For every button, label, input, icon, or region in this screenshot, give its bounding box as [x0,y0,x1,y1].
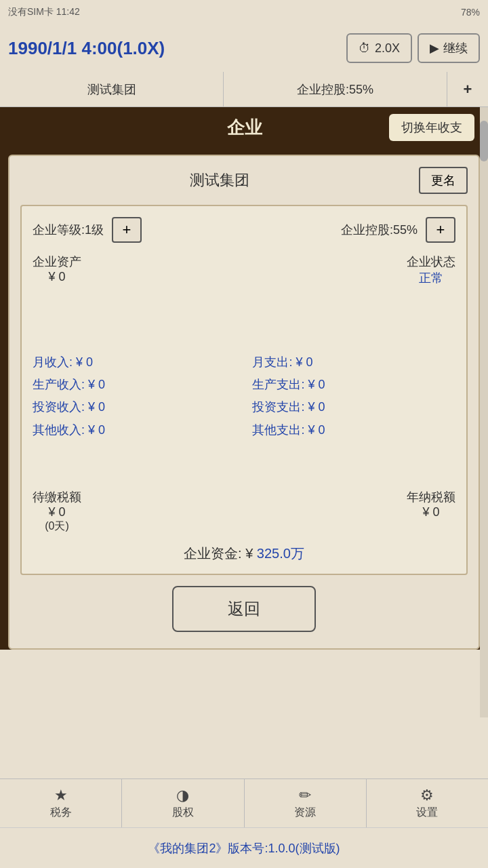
income-expense-grid: 月收入: ¥ 0 生产收入: ¥ 0 投资收入: ¥ 0 其他收入: ¥ 0 月… [33,354,455,444]
annual-tax-column: 年纳税额 ¥ 0 [407,489,455,534]
asset-column: 企业资产 ¥ 0 [33,254,81,286]
prod-income-row: 生产收入: ¥ 0 [33,376,236,393]
other-expense-value: ¥ 0 [308,423,325,437]
speed-button[interactable]: ⏱ 2.0X [346,33,412,63]
top-bar: 1990/1/1 4:00(1.0X) ⏱ 2.0X ▶ 继续 [0,24,488,72]
tab-holding-label: 企业控股:55% [297,81,373,98]
nav-settings-label: 设置 [416,806,438,820]
expense-column: 月支出: ¥ 0 生产支出: ¥ 0 投资支出: ¥ 0 其他支出: ¥ 0 [252,354,455,444]
other-income-value: ¥ 0 [88,423,105,437]
company-header: 测试集团 更名 [20,167,468,194]
invest-income-value: ¥ 0 [88,400,105,414]
asset-value: ¥ 0 [33,270,81,284]
monthly-expense-label: 月支出: [252,355,296,369]
nav-item-equity[interactable]: ◑ 股权 [122,779,244,827]
asset-label: 企业资产 [33,254,81,270]
income-column: 月收入: ¥ 0 生产收入: ¥ 0 投资收入: ¥ 0 其他收入: ¥ 0 [33,354,236,444]
gear-icon: ⚙ [420,787,434,804]
inner-box: 企业等级:1级 + 企业控股:55% + 企业资产 ¥ 0 企业状态 正常 [20,205,468,575]
nav-item-tax[interactable]: ★ 税务 [0,779,122,827]
prod-expense-value: ¥ 0 [308,378,325,391]
other-income-row: 其他收入: ¥ 0 [33,422,236,439]
main-panel: 企业 切换年收支 测试集团 更名 企业等级:1级 + 企业控股:55% + [0,107,488,650]
invest-expense-row: 投资支出: ¥ 0 [252,399,455,416]
monthly-expense-value: ¥ 0 [296,355,313,369]
other-expense-row: 其他支出: ¥ 0 [252,422,455,439]
play-icon: ▶ [430,41,439,56]
nav-tax-label: 税务 [50,806,72,820]
status-bar-left: 没有SIM卡 11:42 [8,6,80,18]
nav-resource-label: 资源 [294,806,316,820]
monthly-income-label: 月收入: [33,355,76,369]
timer-icon: ⏱ [359,41,371,56]
continue-label: 继续 [443,40,468,56]
prod-income-label: 生产收入: [33,378,88,391]
continue-button[interactable]: ▶ 继续 [418,33,480,63]
status-value: 正常 [407,270,455,286]
holding-label: 企业控股:55% [341,222,418,238]
main-title: 企业 [100,116,389,140]
pie-icon: ◑ [176,787,189,804]
back-button[interactable]: 返回 [172,586,316,632]
annual-tax-label: 年纳税额 [407,489,455,505]
prod-expense-row: 生产支出: ¥ 0 [252,376,455,393]
capital-value: 325.0万 [257,546,304,561]
content-area: 测试集团 更名 企业等级:1级 + 企业控股:55% + 企业资产 ¥ 0 [8,155,480,650]
footer: 《我的集团2》版本号:1.0.0(测试版) [0,827,488,868]
level-right: 企业控股:55% + [341,217,455,243]
prod-expense-label: 生产支出: [252,378,308,391]
scroll-thumb[interactable] [480,121,488,161]
nav-equity-label: 股权 [172,806,194,820]
main-header: 企业 切换年收支 [0,107,488,148]
prod-income-value: ¥ 0 [88,378,105,391]
assets-row: 企业资产 ¥ 0 企业状态 正常 [33,254,455,286]
star-icon: ★ [54,787,68,804]
bottom-nav: ★ 税务 ◑ 股权 ✏ 资源 ⚙ 设置 [0,778,488,827]
tab-company-label: 测试集团 [87,81,136,98]
level-row: 企业等级:1级 + 企业控股:55% + [33,217,455,243]
other-expense-label: 其他支出: [252,423,308,437]
tab-holding[interactable]: 企业控股:55% [224,72,447,106]
back-button-wrap: 返回 [20,586,468,632]
speed-label: 2.0X [375,41,400,56]
pen-icon: ✏ [299,787,311,804]
monthly-expense-row: 月支出: ¥ 0 [252,354,455,371]
invest-expense-value: ¥ 0 [308,400,325,414]
invest-income-row: 投资收入: ¥ 0 [33,399,236,416]
level-label: 企业等级:1级 [33,222,104,238]
pending-tax-label: 待缴税额 [33,489,81,505]
tab-add[interactable]: + [447,72,488,106]
nav-item-settings[interactable]: ⚙ 设置 [367,779,488,827]
invest-expense-label: 投资支出: [252,400,308,414]
top-bar-buttons: ⏱ 2.0X ▶ 继续 [346,33,480,63]
capital-row: 企业资金: ¥ 325.0万 [33,545,455,563]
level-left: 企业等级:1级 + [33,217,142,243]
invest-income-label: 投资收入: [33,400,88,414]
tab-company[interactable]: 测试集团 [0,72,224,106]
level-plus-button[interactable]: + [112,217,142,243]
other-income-label: 其他收入: [33,423,88,437]
status-bar-right: 78% [461,7,480,18]
annual-tax-value: ¥ 0 [407,505,455,519]
footer-text: 《我的集团2》版本号:1.0.0(测试版) [148,840,340,856]
switch-year-button[interactable]: 切换年收支 [389,114,474,141]
spacer-top [33,300,455,354]
spacer-middle [33,448,455,489]
pending-tax-value: ¥ 0 [33,505,81,519]
company-name: 测试集团 [20,170,419,191]
tax-row: 待缴税额 ¥ 0 (0天) 年纳税额 ¥ 0 [33,489,455,534]
capital-label: 企业资金: ¥ [184,546,257,561]
date-time: 1990/1/1 4:00(1.0X) [8,38,165,59]
add-icon: + [464,81,472,98]
pending-tax-days: (0天) [33,519,81,534]
holding-plus-button[interactable]: + [426,217,455,243]
nav-item-resource[interactable]: ✏ 资源 [245,779,367,827]
scroll-indicator [480,107,488,717]
nav-tabs: 测试集团 企业控股:55% + [0,72,488,107]
rename-button[interactable]: 更名 [419,167,468,194]
monthly-income-row: 月收入: ¥ 0 [33,354,236,371]
status-column: 企业状态 正常 [407,254,455,286]
status-label: 企业状态 [407,254,455,270]
monthly-income-value: ¥ 0 [76,355,93,369]
status-bar: 没有SIM卡 11:42 78% [0,0,488,24]
